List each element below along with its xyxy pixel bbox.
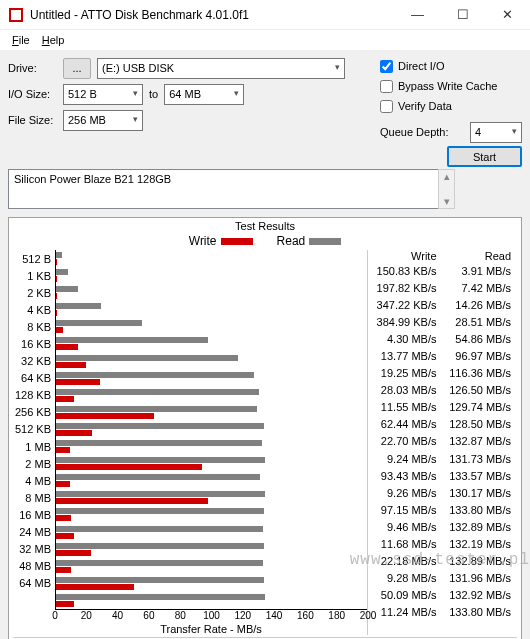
- chart-area: 512 B1 KB2 KB4 KB8 KB16 KB32 KB64 KB128 …: [13, 250, 368, 635]
- cell-read: 116.36 MB/s: [443, 367, 518, 379]
- cell-write: 197.82 KB/s: [368, 282, 443, 294]
- write-bar: [56, 464, 202, 470]
- write-bar: [56, 481, 70, 487]
- iosize-to-value: 64 MB: [169, 88, 201, 100]
- scrollbar[interactable]: ▴▾: [438, 169, 455, 209]
- cell-read: 132.87 MB/s: [443, 435, 518, 447]
- cell-write: 9.28 MB/s: [368, 572, 443, 584]
- write-bar: [56, 498, 208, 504]
- verify-data-checkbox[interactable]: Verify Data: [380, 96, 522, 116]
- chart-row: 64 MB: [13, 575, 367, 592]
- read-bar: [56, 269, 68, 275]
- legend: Write Read: [13, 234, 517, 248]
- chart-row: 256 KB: [13, 404, 367, 421]
- cell-read: 126.50 MB/s: [443, 384, 518, 396]
- chart-row: 4 MB: [13, 472, 367, 489]
- cell-read: 133.80 MB/s: [443, 606, 518, 618]
- y-label: 4 KB: [13, 304, 55, 316]
- minimize-button[interactable]: —: [395, 0, 440, 29]
- cell-write: 9.24 MB/s: [368, 453, 443, 465]
- read-bar: [56, 303, 101, 309]
- cell-read: 3.91 MB/s: [443, 265, 518, 277]
- cell-read: 129.74 MB/s: [443, 401, 518, 413]
- chart-row: 2 MB: [13, 455, 367, 472]
- y-label: 512 B: [13, 253, 55, 265]
- chart-row: 16 KB: [13, 335, 367, 352]
- y-label: 48 MB: [13, 560, 55, 572]
- cell-read: 7.42 MB/s: [443, 282, 518, 294]
- y-label: 8 KB: [13, 321, 55, 333]
- write-bar: [56, 515, 71, 521]
- write-bar: [56, 584, 134, 590]
- y-label: 16 MB: [13, 509, 55, 521]
- y-label: 16 KB: [13, 338, 55, 350]
- read-bar: [56, 560, 263, 566]
- start-button[interactable]: Start: [447, 146, 522, 167]
- write-swatch: [221, 238, 253, 245]
- cell-write: 384.99 KB/s: [368, 316, 443, 328]
- chevron-down-icon: ▾: [133, 88, 138, 98]
- cell-write: 9.46 MB/s: [368, 521, 443, 533]
- filesize-select[interactable]: 256 MB ▾: [63, 110, 143, 131]
- cell-read: 133.57 MB/s: [443, 470, 518, 482]
- x-tick: 80: [175, 610, 186, 621]
- x-tick: 160: [297, 610, 314, 621]
- close-button[interactable]: ✕: [485, 0, 530, 29]
- queue-value: 4: [475, 126, 481, 138]
- chevron-down-icon: ▾: [512, 126, 517, 136]
- write-bar: [56, 430, 92, 436]
- chart-row: 1 KB: [13, 267, 367, 284]
- drive-select[interactable]: (E:) USB DISK ▾: [97, 58, 345, 79]
- scroll-down-icon: ▾: [444, 195, 450, 208]
- x-tick: 60: [143, 610, 154, 621]
- y-label: 4 MB: [13, 475, 55, 487]
- table-row: 28.03 MB/s126.50 MB/s: [368, 382, 517, 399]
- y-label: 128 KB: [13, 389, 55, 401]
- cell-read: 132.92 MB/s: [443, 589, 518, 601]
- cell-read: 133.80 MB/s: [443, 504, 518, 516]
- chart-row: 8 KB: [13, 318, 367, 335]
- drive-label: Drive:: [8, 62, 63, 74]
- x-axis: 020406080100120140160180200: [55, 609, 367, 623]
- chart-row: 32 KB: [13, 353, 367, 370]
- read-bar: [56, 320, 142, 326]
- cell-read: 96.97 MB/s: [443, 350, 518, 362]
- iosize-label: I/O Size:: [8, 88, 63, 100]
- cell-write: 97.15 MB/s: [368, 504, 443, 516]
- menu-help[interactable]: Help: [38, 34, 69, 46]
- legend-read-label: Read: [277, 234, 306, 248]
- table-row: 11.55 MB/s129.74 MB/s: [368, 399, 517, 416]
- device-textbox[interactable]: Silicon Power Blaze B21 128GB ▴▾: [8, 169, 438, 209]
- maximize-button[interactable]: ☐: [440, 0, 485, 29]
- chart-row: 24 MB: [13, 524, 367, 541]
- cell-write: 22.70 MB/s: [368, 435, 443, 447]
- table-row: 150.83 KB/s3.91 MB/s: [368, 262, 517, 279]
- menubar: File Help: [0, 30, 530, 50]
- drive-value: (E:) USB DISK: [102, 62, 174, 74]
- results-panel: Test Results Write Read 512 B1 KB2 KB4 K…: [8, 217, 522, 639]
- cell-write: 19.25 MB/s: [368, 367, 443, 379]
- cell-read: 131.96 MB/s: [443, 572, 518, 584]
- table-row: 9.46 MB/s132.89 MB/s: [368, 518, 517, 535]
- queue-select[interactable]: 4 ▾: [470, 122, 522, 143]
- x-tick: 140: [266, 610, 283, 621]
- bypass-cache-checkbox[interactable]: Bypass Write Cache: [380, 76, 522, 96]
- chart-row: 512 B: [13, 250, 367, 267]
- direct-io-checkbox[interactable]: Direct I/O: [380, 56, 522, 76]
- y-label: 1 KB: [13, 270, 55, 282]
- menu-file[interactable]: File: [8, 34, 34, 46]
- drive-browse-button[interactable]: ...: [63, 58, 91, 79]
- iosize-to-select[interactable]: 64 MB ▾: [164, 84, 244, 105]
- cell-write: 62.44 MB/s: [368, 418, 443, 430]
- chevron-down-icon: ▾: [234, 88, 239, 98]
- y-label: 256 KB: [13, 406, 55, 418]
- x-tick: 100: [203, 610, 220, 621]
- results-header: Test Results: [13, 220, 517, 232]
- window-title: Untitled - ATTO Disk Benchmark 4.01.0f1: [30, 8, 395, 22]
- titlebar: Untitled - ATTO Disk Benchmark 4.01.0f1 …: [0, 0, 530, 30]
- write-bar: [56, 567, 71, 573]
- iosize-from-select[interactable]: 512 B ▾: [63, 84, 143, 105]
- table-row: 9.24 MB/s131.73 MB/s: [368, 450, 517, 467]
- cell-write: 347.22 KB/s: [368, 299, 443, 311]
- table-row: 93.43 MB/s133.57 MB/s: [368, 467, 517, 484]
